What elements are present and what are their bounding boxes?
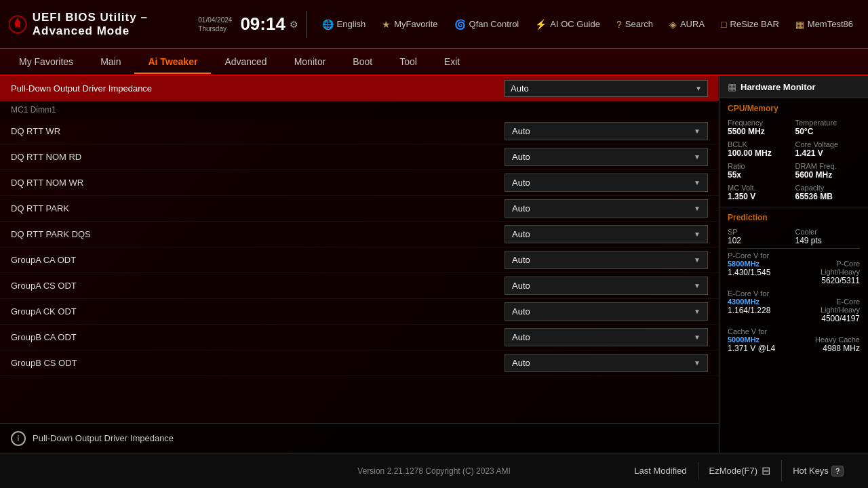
dropdown-groupa-ca-odt[interactable]: Auto ▼: [505, 251, 708, 269]
ecore-lh-label: E-Core: [821, 298, 860, 306]
menu-main[interactable]: Main: [87, 51, 134, 73]
setting-label: GroupA CS ODT: [11, 281, 77, 291]
time-display: 09:14: [240, 14, 285, 35]
pcore-v-value: 1.430/1.545: [728, 268, 770, 277]
ratio-item: Ratio 55x: [728, 162, 793, 180]
menu-aitweaker[interactable]: Ai Tweaker: [134, 51, 211, 74]
monitor-icon: ▦: [728, 81, 736, 92]
menu-exit[interactable]: Exit: [431, 51, 473, 73]
arrow-icon: ▼: [694, 153, 701, 161]
info-text: Pull-Down Output Driver Impedance: [33, 433, 174, 443]
table-row[interactable]: DQ RTT PARK Auto ▼: [0, 196, 719, 222]
setting-label: DQ RTT PARK DQS: [11, 229, 91, 239]
bclk-item: BCLK 100.00 MHz: [728, 140, 793, 158]
bios-title: UEFI BIOS Utility – Advanced Mode: [33, 11, 191, 38]
sp-item: SP 102: [728, 228, 793, 245]
info-bar: i Pull-Down Output Driver Impedance: [0, 423, 719, 453]
dropdown-groupa-cs-odt[interactable]: Auto ▼: [505, 277, 708, 295]
table-row[interactable]: DQ RTT WR Auto ▼: [0, 119, 719, 144]
dropdown-dq-rtt-park[interactable]: Auto ▼: [505, 199, 708, 218]
arrow-icon: ▼: [694, 333, 701, 341]
table-row[interactable]: GroupA CK ODT Auto ▼: [0, 299, 719, 325]
ezmode-button[interactable]: EzMode(F7) ⊟: [698, 460, 783, 481]
menu-bar: My Favorites Main Ai Tweaker Advanced Mo…: [0, 49, 868, 76]
nav-myfavorite[interactable]: ★ MyFavorite: [375, 16, 444, 33]
svg-point-3: [16, 22, 20, 26]
nav-english[interactable]: 🌐 English: [315, 16, 373, 33]
setting-label: GroupB CA ODT: [11, 332, 77, 342]
table-row[interactable]: DQ RTT NOM RD Auto ▼: [0, 144, 719, 170]
menu-myfavorites[interactable]: My Favorites: [5, 51, 87, 73]
table-row[interactable]: DQ RTT PARK DQS Auto ▼: [0, 222, 719, 247]
arrow-icon: ▼: [694, 179, 701, 186]
globe-icon: 🌐: [322, 19, 334, 30]
nav-resizebar[interactable]: □ ReSize BAR: [714, 16, 786, 33]
heavy-cache-label: Heavy Cache: [815, 336, 860, 344]
nav-search[interactable]: ? Search: [610, 16, 660, 33]
ecore-v-label: E-Core V for: [728, 289, 860, 298]
setting-label: DQ RTT PARK: [11, 203, 69, 214]
table-row[interactable]: GroupB CA ODT Auto ▼: [0, 325, 719, 350]
status-bar: Version 2.21.1278 Copyright (C) 2023 AMI…: [0, 453, 868, 488]
cache-v-freq: 5000MHz: [728, 336, 775, 344]
capacity-item: Capacity 65536 MB: [795, 184, 861, 201]
dropdown-dq-rtt-park-dqs[interactable]: Auto ▼: [505, 225, 708, 243]
top-nav: 🌐 English ★ MyFavorite 🌀 Qfan Control ⚡ …: [315, 16, 860, 33]
dram-freq-item: DRAM Freq. 5600 MHz: [795, 162, 861, 180]
heavy-cache-value: 4988 MHz: [815, 344, 860, 353]
version-text: Version 2.21.1278 Copyright (C) 2023 AMI: [357, 466, 510, 476]
last-modified-button[interactable]: Last Modified: [623, 462, 698, 480]
hotkeys-button[interactable]: Hot Keys ?: [782, 462, 854, 481]
content-area: Pull-Down Output Driver Impedance Auto ▼…: [0, 76, 868, 453]
header-setting-label: Pull-Down Output Driver Impedance: [11, 83, 152, 94]
setting-label: GroupA CK ODT: [11, 306, 77, 317]
settings-list: Pull-Down Output Driver Impedance Auto ▼…: [0, 76, 719, 423]
settings-icon[interactable]: ⚙: [290, 19, 298, 30]
ecore-v-value: 1.164/1.228: [728, 306, 770, 315]
section-label: MC1 Dimm1: [0, 101, 719, 119]
menu-monitor[interactable]: Monitor: [281, 51, 340, 73]
table-row[interactable]: DQ RTT NOM WR Auto ▼: [0, 170, 719, 196]
cache-v-label: Cache V for: [728, 327, 860, 336]
core-voltage-item: Core Voltage 1.421 V: [795, 140, 861, 158]
nav-memtest[interactable]: ▦ MemTest86: [789, 16, 860, 33]
arrow-icon: ▼: [694, 282, 701, 289]
pcore-v-freq: 5800MHz: [728, 260, 770, 268]
main-panel: Pull-Down Output Driver Impedance Auto ▼…: [0, 76, 719, 453]
header-dropdown[interactable]: Auto ▼: [505, 80, 708, 97]
hardware-monitor-panel: ▦ Hardware Monitor CPU/Memory Frequency …: [719, 76, 868, 453]
table-row[interactable]: GroupA CA ODT Auto ▼: [0, 247, 719, 273]
table-row[interactable]: GroupB CS ODT Auto ▼: [0, 350, 719, 376]
nav-aioc[interactable]: ⚡ AI OC Guide: [528, 16, 607, 33]
star-icon: ★: [382, 19, 391, 30]
setting-label: GroupB CS ODT: [11, 358, 77, 368]
dropdown-groupb-cs-odt[interactable]: Auto ▼: [505, 354, 708, 372]
day-display: Thursday: [198, 24, 232, 33]
nav-aura[interactable]: ◈ AURA: [663, 16, 711, 33]
dropdown-dq-rtt-nom-wr[interactable]: Auto ▼: [505, 174, 708, 192]
ai-icon: ⚡: [535, 19, 547, 30]
menu-boot[interactable]: Boot: [339, 51, 386, 73]
prediction-section: Prediction SP 102 Cooler 149 pts P-Core …: [719, 207, 868, 359]
pcore-lh-label: P-Core: [821, 260, 860, 268]
dropdown-dq-rtt-wr[interactable]: Auto ▼: [505, 122, 708, 140]
nav-qfan[interactable]: 🌀 Qfan Control: [448, 16, 526, 33]
mc-volt-item: MC Volt. 1.350 V: [728, 184, 793, 201]
pcore-lh-value: 5620/5311: [821, 276, 860, 285]
question-icon: ?: [616, 19, 622, 30]
separator: [307, 11, 307, 38]
dropdown-groupb-ca-odt[interactable]: Auto ▼: [505, 328, 708, 346]
menu-advanced[interactable]: Advanced: [211, 51, 280, 73]
header-setting-row[interactable]: Pull-Down Output Driver Impedance Auto ▼: [0, 76, 719, 101]
memtest-icon: ▦: [795, 19, 804, 30]
top-bar: UEFI BIOS Utility – Advanced Mode 01/04/…: [0, 0, 868, 49]
date-display: 01/04/2024: [198, 16, 232, 24]
dropdown-groupa-ck-odt[interactable]: Auto ▼: [505, 302, 708, 321]
setting-label: DQ RTT WR: [11, 126, 60, 136]
cache-v-value: 1.371 V @L4: [728, 344, 775, 353]
setting-label: DQ RTT NOM RD: [11, 152, 81, 162]
arrow-icon: ▼: [694, 256, 701, 264]
menu-tool[interactable]: Tool: [386, 51, 431, 73]
dropdown-dq-rtt-nom-rd[interactable]: Auto ▼: [505, 148, 708, 166]
table-row[interactable]: GroupA CS ODT Auto ▼: [0, 273, 719, 299]
